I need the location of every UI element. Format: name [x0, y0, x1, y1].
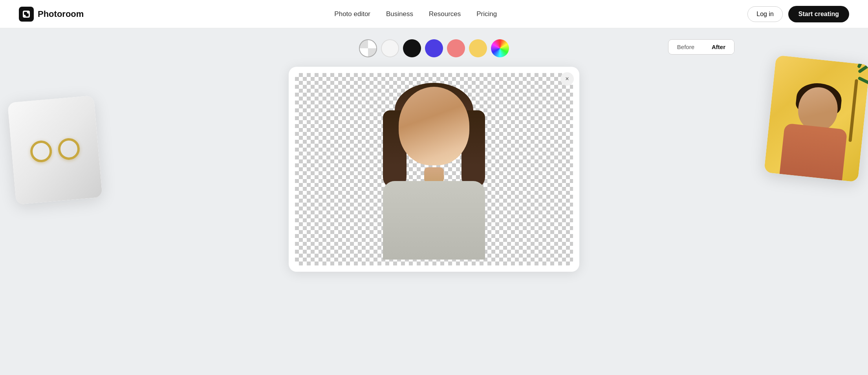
- after-button[interactable]: After: [703, 40, 734, 54]
- close-button[interactable]: ×: [560, 72, 574, 86]
- swatch-transparent[interactable]: [359, 39, 377, 57]
- nav-photo-editor[interactable]: Photo editor: [334, 10, 370, 18]
- image-area: [295, 73, 573, 265]
- login-button[interactable]: Log in: [747, 6, 783, 22]
- swatch-yellow[interactable]: [469, 39, 487, 57]
- side-person: [774, 76, 858, 181]
- navbar: Photoroom Photo editor Business Resource…: [0, 0, 868, 28]
- person-body: [383, 181, 485, 260]
- before-button[interactable]: Before: [668, 40, 703, 54]
- ring-left: [29, 139, 53, 163]
- swatch-white[interactable]: [381, 39, 399, 57]
- before-after-toggle: Before After: [668, 39, 734, 55]
- swatch-black[interactable]: [403, 39, 421, 57]
- side-card-right: [764, 55, 868, 182]
- person-neck: [424, 167, 444, 183]
- palm-leaf-2: [857, 76, 868, 86]
- swatch-rainbow[interactable]: [491, 39, 509, 57]
- ring-right: [57, 137, 81, 161]
- side-person-body: [780, 123, 848, 181]
- nav-pricing[interactable]: Pricing: [476, 10, 497, 18]
- logo-icon: [19, 7, 34, 22]
- color-bar: [359, 39, 509, 57]
- side-photo: [764, 55, 868, 182]
- person-head: [399, 87, 469, 165]
- nav-actions: Log in Start creating: [747, 6, 849, 22]
- swatch-pink[interactable]: [447, 39, 465, 57]
- start-creating-button[interactable]: Start creating: [788, 6, 849, 22]
- image-card: ×: [289, 67, 579, 272]
- nav-business[interactable]: Business: [386, 10, 413, 18]
- logo-text: Photoroom: [38, 9, 84, 19]
- swatch-purple[interactable]: [425, 39, 443, 57]
- svg-rect-2: [26, 13, 29, 16]
- person-silhouette: [367, 79, 501, 260]
- side-card-left: [7, 95, 103, 205]
- logo[interactable]: Photoroom: [19, 7, 84, 22]
- nav-resources[interactable]: Resources: [429, 10, 461, 18]
- nav-links: Photo editor Business Resources Pricing: [334, 10, 497, 18]
- main-content: Before After ×: [0, 28, 868, 375]
- jewelry-display: [7, 95, 103, 205]
